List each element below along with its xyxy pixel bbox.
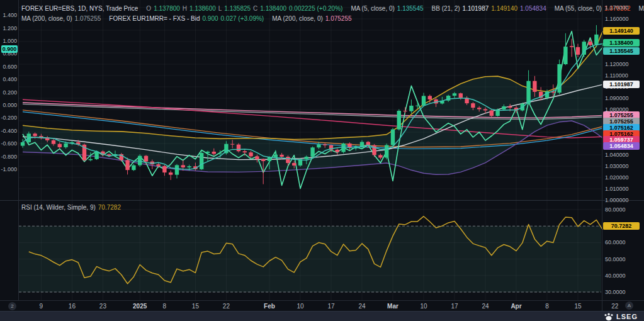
chart-window: FOREX EUR=EBS, 1D, NYS, Trade PriceO1.13… (0, 0, 644, 321)
candle-body (169, 172, 172, 175)
candle-body (200, 153, 203, 169)
candle-body (323, 144, 327, 145)
rsi-value-badge: 70.7282 (603, 222, 640, 230)
candle-body (477, 108, 481, 109)
rsi-legend[interactable]: RSI (14, Wilder, Simple, 9)70.7282 (21, 204, 123, 211)
candle-body (576, 47, 580, 55)
candle-body (526, 81, 530, 104)
main-chart-legend-row2[interactable]: MA (200, close, 0)1.075255FOREX EUR1MRR=… (21, 15, 354, 22)
time-axis-label: 9 (40, 303, 43, 310)
rsi-axis-label: 30.0000 (605, 289, 626, 295)
pane-divider[interactable] (0, 200, 644, 201)
candle-body (428, 96, 432, 99)
left-axis-label: 1.200 (1, 25, 17, 31)
rsi-band-fill (19, 226, 601, 292)
time-axis-separator (0, 300, 644, 301)
candle-body (89, 159, 93, 160)
candle-body (230, 144, 234, 145)
legend-token: 0.027 (+3.09%) (221, 15, 264, 22)
time-axis-label: Apr (511, 303, 521, 310)
price-badge: 1.135545 (603, 47, 640, 55)
candle-body (132, 166, 135, 171)
candle-body (317, 144, 320, 147)
legend-token: 1.075255 (325, 15, 352, 22)
left-axis-label: 1.400 (1, 12, 17, 18)
candle-body (274, 155, 278, 157)
candle-body (162, 166, 166, 172)
candle-body (206, 152, 210, 153)
candle-body (502, 106, 506, 110)
candle-body (415, 106, 419, 106)
left-axis-separator (18, 0, 19, 300)
price-axis-label: 1.160000 (605, 16, 629, 22)
legend-token: 0.900 (203, 15, 218, 22)
candle-body (563, 47, 567, 64)
candle-body (471, 103, 475, 108)
time-axis-label: 15 (192, 303, 199, 310)
left-axis-label: 0.000 (1, 102, 17, 108)
candle-body (138, 156, 142, 166)
candle-body (94, 152, 98, 159)
time-axis-label: 17 (327, 303, 334, 310)
candle-body (391, 130, 395, 145)
left-axis-label: -0.800 (1, 154, 17, 160)
candle-body (341, 144, 345, 152)
axis-auto-scale-button[interactable]: A (625, 301, 633, 310)
candle-body (33, 133, 37, 136)
legend-token: 1.135545 (397, 5, 424, 12)
time-axis-label: 2025 (133, 303, 147, 310)
candle-body (144, 156, 148, 162)
time-axis-label: 8 (163, 303, 167, 310)
legend-token: 70.7282 (98, 204, 121, 211)
candle-body (21, 142, 25, 146)
legend-token: MA (200, close, 0) (21, 15, 72, 22)
legend-token: 1.149140 (491, 5, 517, 12)
legend-token: L (218, 5, 222, 12)
legend-token: FOREX EUR=EBS, 1D, NYS, Trade Price (21, 5, 138, 12)
candle-body (52, 140, 55, 144)
candle-body (237, 145, 240, 152)
time-axis-label: Mar (387, 303, 398, 310)
candle-body (508, 106, 512, 108)
price-axis-label: 1.020000 (605, 174, 629, 181)
candle-body (249, 152, 252, 156)
legend-token: FOREX EUR1MRR= - FXS - Bid (109, 15, 200, 22)
time-axis-label: 17 (451, 303, 458, 310)
candle-body (378, 155, 382, 157)
candle-body (181, 165, 185, 167)
price-badge: 1.149140 (603, 27, 640, 35)
legend-token: 1.101987 (463, 5, 489, 12)
candle-body (397, 111, 401, 130)
legend-token: 1.075255 (75, 15, 101, 22)
time-axis-label: 24 (482, 303, 489, 310)
legend-token: C (253, 5, 257, 12)
left-axis-label: 1.000 (1, 38, 17, 44)
time-axis-label: 15 (574, 303, 581, 310)
candle-body (261, 159, 265, 161)
candle-body (336, 150, 339, 152)
chart-canvas[interactable] (0, 0, 644, 321)
price-axis-label: 1.000000 (605, 197, 629, 203)
time-axis-label: 24 (358, 303, 365, 310)
candle-body (187, 166, 191, 167)
candle-body (403, 111, 407, 111)
candle-body (64, 144, 67, 147)
price-badge: 1.138400 (603, 39, 640, 47)
legend-token: 1.138600 (189, 5, 216, 12)
left-axis-label: -0.200 (1, 115, 17, 121)
left-axis-label: 0.600 (1, 64, 17, 70)
main-chart-legend-row1[interactable]: FOREX EUR=EBS, 1D, NYS, Trade PriceO1.13… (21, 5, 644, 12)
price-axis-label: 1.090000 (605, 95, 629, 101)
candle-body (483, 109, 487, 110)
pane-number-button[interactable]: 2 (8, 302, 16, 310)
legend-token: MA (100, close, 0) (639, 5, 644, 12)
candle-body (453, 93, 456, 96)
legend-token: 0.002225 (+0.20%) (289, 5, 342, 12)
price-axis-label: 1.030000 (605, 163, 629, 169)
price-axis-label: 1.120000 (605, 61, 629, 67)
price-axis-label: 1.170000 (605, 4, 629, 11)
candle-body (588, 42, 592, 45)
candle-body (305, 157, 308, 159)
rsi-axis-label: 60.0000 (605, 239, 626, 245)
candle-body (156, 164, 160, 166)
